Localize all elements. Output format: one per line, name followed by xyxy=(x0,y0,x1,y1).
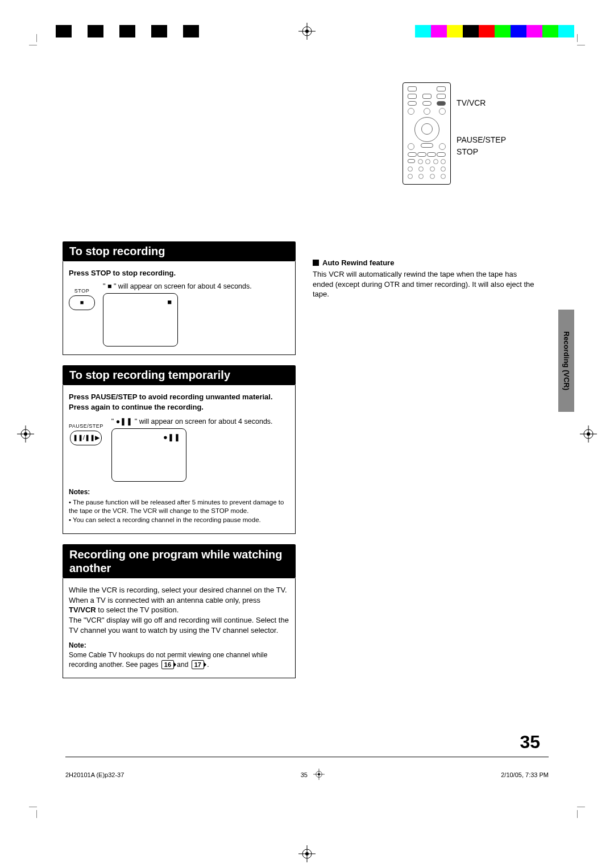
instruction-stop: Press STOP to stop recording. xyxy=(69,268,289,278)
registration-mark-right xyxy=(580,425,597,443)
page-frame: TV/VCR PAUSE/STEP STOP To stop recording… xyxy=(40,48,574,804)
pausestep-button-icon: ❚❚/❚❚▶ xyxy=(70,431,102,445)
color-bars xyxy=(415,25,574,37)
pause-caption: " ●❚❚ " will appear on screen for about … xyxy=(111,417,289,427)
registration-mark-left xyxy=(17,425,34,443)
button-label-stop: STOP xyxy=(74,287,89,294)
section-box-stop-recording: Press STOP to stop recording. STOP ■ " ■… xyxy=(63,261,296,355)
button-label-pausestep: PAUSE/STEP xyxy=(69,423,103,429)
page-ref: 17 xyxy=(192,660,204,669)
instruction-pause: Press PAUSE/STEP to avoid recording unwa… xyxy=(69,392,289,412)
note-heading: Note: xyxy=(69,641,289,650)
section-header-record-watch: Recording one program while watching ano… xyxy=(63,544,296,578)
section-box-record-watch: While the VCR is recording, select your … xyxy=(63,578,296,678)
pause-indicator-icon: ●❚❚ xyxy=(163,432,180,443)
stop-indicator-icon: ■ xyxy=(167,297,172,307)
registration-mark-footer xyxy=(313,769,325,781)
svg-point-7 xyxy=(24,432,27,436)
note-text: Some Cable TV hookups do not permit view… xyxy=(69,651,289,669)
page-divider-line xyxy=(65,757,549,757)
side-tab-label: Recording (VCR) xyxy=(562,331,571,390)
stop-caption: " ■ " will appear on screen for about 4 … xyxy=(103,282,289,291)
crop-mark xyxy=(577,34,588,45)
footer-left: 2H20101A (E)p32-37 xyxy=(65,771,124,778)
record-watch-body: While the VCR is recording, select your … xyxy=(69,585,289,635)
remote-label-stop: STOP xyxy=(457,147,506,157)
svg-point-11 xyxy=(587,432,590,436)
screen-illustration-stop: ■ xyxy=(103,293,178,347)
remote-label-pausestep: PAUSE/STEP xyxy=(457,135,506,145)
auto-rewind-body: This VCR will automatically rewind the t… xyxy=(313,269,534,299)
crop-mark xyxy=(26,34,37,45)
footer-right: 2/10/05, 7:33 PM xyxy=(501,771,549,778)
section-header-stop-recording: To stop recording xyxy=(63,241,296,261)
screen-illustration-pause: ●❚❚ xyxy=(111,428,186,482)
page-number: 35 xyxy=(520,732,540,753)
crop-mark xyxy=(26,807,37,818)
note-item: The pause function will be released afte… xyxy=(69,498,289,515)
section-header-pause: To stop recording temporarily xyxy=(63,365,296,385)
stop-button-icon: ■ xyxy=(69,295,95,310)
registration-mark-bottom xyxy=(298,845,316,862)
page-ref: 16 xyxy=(161,660,174,669)
svg-point-3 xyxy=(305,30,309,33)
crop-mark xyxy=(577,807,588,818)
auto-rewind-heading: Auto Rewind feature xyxy=(313,258,534,267)
side-tab: Recording (VCR) xyxy=(558,310,574,412)
remote-label-tvvcr: TV/VCR xyxy=(457,98,506,108)
footer-page: 35 xyxy=(301,771,308,778)
notes-heading: Notes: xyxy=(69,487,289,496)
note-item: You can select a recording channel in th… xyxy=(69,516,289,524)
remote-illustration xyxy=(403,82,451,185)
svg-point-27 xyxy=(305,852,309,856)
registration-mark-top xyxy=(298,23,316,40)
section-box-pause: Press PAUSE/STEP to avoid recording unwa… xyxy=(63,385,296,534)
remote-diagram: TV/VCR PAUSE/STEP STOP xyxy=(403,82,506,185)
grayscale-bars xyxy=(40,25,199,37)
footer: 2H20101A (E)p32-37 35 2/10/05, 7:33 PM xyxy=(65,769,549,781)
svg-point-23 xyxy=(318,773,320,775)
